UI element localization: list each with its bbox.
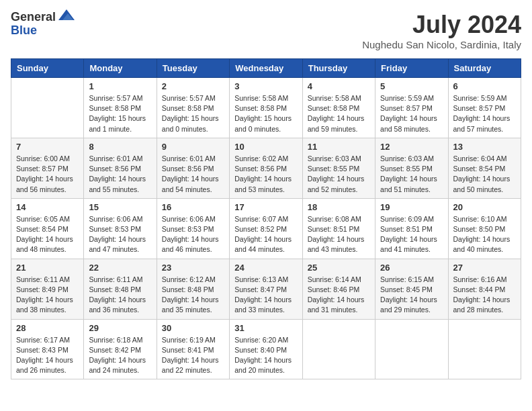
cell-line: Sunrise: 6:04 AM (453, 154, 516, 164)
day-number: 2 (162, 81, 224, 91)
cell-line: and 1 minute. (89, 124, 151, 134)
cell-line: and 29 minutes. (380, 305, 443, 315)
calendar-cell: 18Sunrise: 6:08 AMSunset: 8:51 PMDayligh… (302, 198, 375, 259)
cell-line: Daylight: 14 hours (162, 355, 224, 365)
day-number: 23 (162, 263, 224, 273)
cell-line: Sunrise: 6:13 AM (234, 275, 297, 285)
cell-line: and 38 minutes. (16, 305, 79, 315)
calendar-cell: 27Sunrise: 6:16 AMSunset: 8:44 PMDayligh… (448, 259, 521, 319)
cell-line: Sunset: 8:53 PM (162, 224, 224, 234)
cell-line: and 47 minutes. (89, 244, 151, 255)
cell-line: Daylight: 14 hours (89, 174, 151, 184)
cell-line: Daylight: 14 hours (16, 295, 79, 305)
calendar-cell: 16Sunrise: 6:06 AMSunset: 8:53 PMDayligh… (157, 198, 229, 259)
cell-line: and 59 minutes. (308, 124, 370, 134)
cell-line: Sunset: 8:51 PM (380, 224, 443, 234)
day-number: 21 (16, 263, 79, 273)
calendar-cell: 6Sunrise: 5:59 AMSunset: 8:57 PMDaylight… (448, 78, 521, 138)
cell-line: Sunrise: 5:57 AM (162, 93, 224, 103)
cell-line: Sunrise: 6:00 AM (16, 154, 79, 164)
cell-line: Daylight: 14 hours (89, 355, 151, 365)
cell-line: and 26 minutes. (16, 365, 79, 375)
cell-line: Sunrise: 6:07 AM (234, 214, 297, 224)
cell-line: Sunrise: 6:02 AM (234, 154, 297, 164)
day-number: 11 (308, 142, 370, 152)
cell-line: Daylight: 14 hours (380, 234, 443, 244)
day-number: 13 (453, 142, 516, 152)
cell-line: Sunrise: 6:05 AM (16, 214, 79, 224)
day-number: 17 (234, 202, 297, 212)
cell-line: Sunrise: 6:17 AM (16, 335, 79, 345)
calendar-cell: 9Sunrise: 6:01 AMSunset: 8:56 PMDaylight… (157, 138, 229, 198)
cell-line: Sunset: 8:46 PM (308, 285, 370, 295)
cell-line: and 57 minutes. (453, 124, 516, 134)
cell-line: Sunset: 8:50 PM (453, 224, 516, 234)
cell-line: Daylight: 15 hours (234, 113, 297, 124)
calendar-cell: 2Sunrise: 5:57 AMSunset: 8:58 PMDaylight… (157, 78, 229, 138)
calendar-cell: 15Sunrise: 6:06 AMSunset: 8:53 PMDayligh… (84, 198, 157, 259)
header-day-tuesday: Tuesday (157, 59, 229, 78)
calendar-cell: 23Sunrise: 6:12 AMSunset: 8:48 PMDayligh… (157, 259, 229, 319)
calendar-cell: 17Sunrise: 6:07 AMSunset: 8:52 PMDayligh… (230, 198, 302, 259)
cell-line: Sunset: 8:49 PM (16, 285, 79, 295)
calendar-cell: 5Sunrise: 5:59 AMSunset: 8:57 PMDaylight… (375, 78, 448, 138)
cell-line: Sunrise: 6:18 AM (89, 335, 151, 345)
day-number: 14 (16, 202, 79, 212)
cell-line: Daylight: 14 hours (380, 295, 443, 305)
cell-line: Daylight: 14 hours (308, 295, 370, 305)
week-row-3: 14Sunrise: 6:05 AMSunset: 8:54 PMDayligh… (11, 198, 521, 259)
cell-line: Sunset: 8:47 PM (234, 285, 297, 295)
cell-line: Sunset: 8:57 PM (453, 103, 516, 113)
cell-line: and 52 minutes. (308, 185, 370, 195)
cell-line: and 51 minutes. (380, 185, 443, 195)
cell-line: Sunrise: 6:01 AM (89, 154, 151, 164)
cell-line: and 0 minutes. (234, 124, 297, 134)
cell-line: Daylight: 14 hours (234, 234, 297, 244)
day-number: 29 (89, 323, 151, 333)
cell-line: Daylight: 14 hours (234, 355, 297, 365)
cell-line: Sunset: 8:55 PM (380, 164, 443, 174)
cell-line: Sunset: 8:45 PM (380, 285, 443, 295)
cell-line: Sunset: 8:40 PM (234, 345, 297, 355)
day-number: 27 (453, 263, 516, 273)
cell-line: Daylight: 14 hours (16, 234, 79, 244)
cell-line: and 48 minutes. (16, 244, 79, 255)
cell-line: and 53 minutes. (234, 185, 297, 195)
calendar-cell (448, 319, 521, 379)
cell-line: and 36 minutes. (89, 305, 151, 315)
day-number: 7 (16, 142, 79, 152)
cell-line: Daylight: 15 hours (162, 113, 224, 124)
cell-line: Daylight: 14 hours (308, 174, 370, 184)
calendar-cell (302, 319, 375, 379)
cell-line: and 20 minutes. (234, 365, 297, 375)
day-number: 3 (234, 81, 297, 91)
calendar-cell (375, 319, 448, 379)
week-row-1: 1Sunrise: 5:57 AMSunset: 8:58 PMDaylight… (11, 78, 521, 138)
calendar-cell (11, 78, 84, 138)
cell-line: and 50 minutes. (453, 185, 516, 195)
cell-line: Sunrise: 6:06 AM (162, 214, 224, 224)
cell-line: Sunrise: 6:12 AM (162, 275, 224, 285)
calendar-cell: 28Sunrise: 6:17 AMSunset: 8:43 PMDayligh… (11, 319, 84, 379)
calendar-cell: 26Sunrise: 6:15 AMSunset: 8:45 PMDayligh… (375, 259, 448, 319)
cell-line: and 40 minutes. (453, 244, 516, 255)
cell-line: Sunrise: 6:03 AM (380, 154, 443, 164)
cell-line: and 0 minutes. (162, 124, 224, 134)
cell-line: Daylight: 14 hours (89, 295, 151, 305)
header-day-saturday: Saturday (448, 59, 521, 78)
day-number: 1 (89, 81, 151, 91)
cell-line: Sunset: 8:58 PM (234, 103, 297, 113)
cell-line: Sunrise: 6:11 AM (16, 275, 79, 285)
cell-line: Sunset: 8:41 PM (162, 345, 224, 355)
cell-line: and 44 minutes. (234, 244, 297, 255)
page-header: General Blue July 2024 Nughedu San Nicol… (11, 11, 521, 50)
cell-line: and 28 minutes. (453, 305, 516, 315)
cell-line: Daylight: 14 hours (308, 234, 370, 244)
cell-line: Sunset: 8:58 PM (162, 103, 224, 113)
calendar-cell: 12Sunrise: 6:03 AMSunset: 8:55 PMDayligh… (375, 138, 448, 198)
calendar-cell: 13Sunrise: 6:04 AMSunset: 8:54 PMDayligh… (448, 138, 521, 198)
cell-line: Daylight: 14 hours (234, 174, 297, 184)
header-row: SundayMondayTuesdayWednesdayThursdayFrid… (11, 59, 521, 78)
cell-line: Sunset: 8:56 PM (234, 164, 297, 174)
calendar-cell: 8Sunrise: 6:01 AMSunset: 8:56 PMDaylight… (84, 138, 157, 198)
